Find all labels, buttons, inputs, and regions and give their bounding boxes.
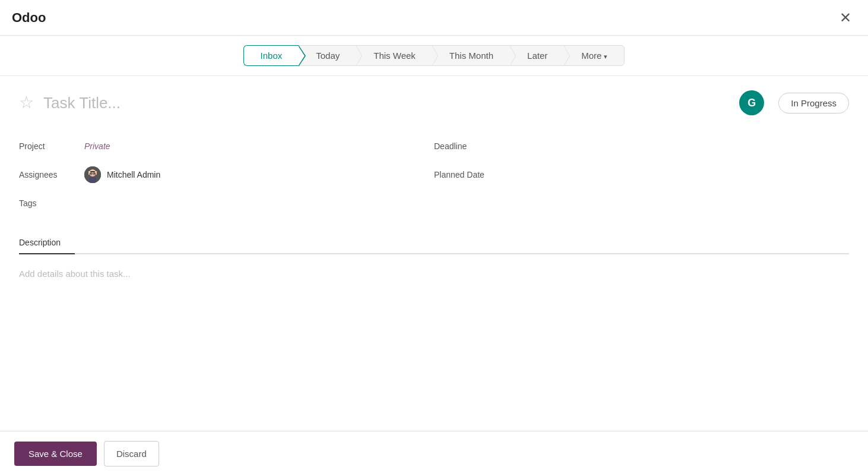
svg-rect-2	[89, 177, 96, 183]
avatar[interactable]: G	[739, 90, 764, 115]
save-close-button[interactable]: Save & Close	[14, 442, 97, 466]
assignee-info: Mitchell Admin	[84, 166, 160, 183]
deadline-label: Deadline	[434, 141, 499, 151]
form-grid: Project Private Assignees	[19, 132, 849, 217]
tab-description[interactable]: Description	[19, 232, 75, 254]
title-bar: Odoo ✕	[0, 0, 868, 36]
form-right-col: Deadline Planned Date	[434, 132, 849, 217]
deadline-row: Deadline	[434, 132, 849, 160]
project-value[interactable]: Private	[84, 141, 110, 151]
assignee-name: Mitchell Admin	[107, 170, 160, 179]
app-title: Odoo	[12, 10, 46, 26]
project-label: Project	[19, 141, 84, 151]
modal-dialog: Odoo ✕ Inbox Today This Week This Month …	[0, 0, 868, 476]
assignees-label: Assignees	[19, 170, 84, 179]
planned-date-label: Planned Date	[434, 170, 499, 179]
svg-rect-3	[90, 171, 95, 172]
description-tabs: Description	[19, 232, 849, 254]
form-left-col: Project Private Assignees	[19, 132, 434, 217]
assignee-avatar	[84, 166, 101, 183]
close-button[interactable]: ✕	[835, 8, 856, 27]
project-row: Project Private	[19, 132, 434, 160]
tab-inbox[interactable]: Inbox	[243, 45, 299, 66]
tab-today[interactable]: Today	[299, 45, 356, 66]
discard-button[interactable]: Discard	[104, 441, 159, 466]
assignee-avatar-svg	[84, 166, 101, 183]
tab-this-month[interactable]: This Month	[432, 45, 510, 66]
bottom-bar: Save & Close Discard	[0, 431, 868, 476]
status-button[interactable]: In Progress	[778, 93, 849, 114]
description-placeholder[interactable]: Add details about this task...	[19, 264, 849, 283]
star-button[interactable]: ☆	[19, 94, 34, 111]
tab-more[interactable]: More▾	[564, 45, 625, 66]
tags-label: Tags	[19, 198, 84, 208]
tab-later[interactable]: Later	[510, 45, 564, 66]
task-title-row: ☆ G In Progress	[19, 90, 849, 115]
tab-this-week[interactable]: This Week	[356, 45, 432, 66]
nav-tabs: Inbox Today This Week This Month Later M…	[0, 36, 868, 76]
assignees-row: Assignees	[19, 160, 434, 189]
chevron-down-icon: ▾	[604, 53, 607, 60]
main-content: ☆ G In Progress Project Private Assignee…	[0, 76, 868, 431]
tags-row: Tags	[19, 189, 434, 217]
task-title-input[interactable]	[43, 94, 739, 112]
planned-date-row: Planned Date	[434, 160, 849, 189]
